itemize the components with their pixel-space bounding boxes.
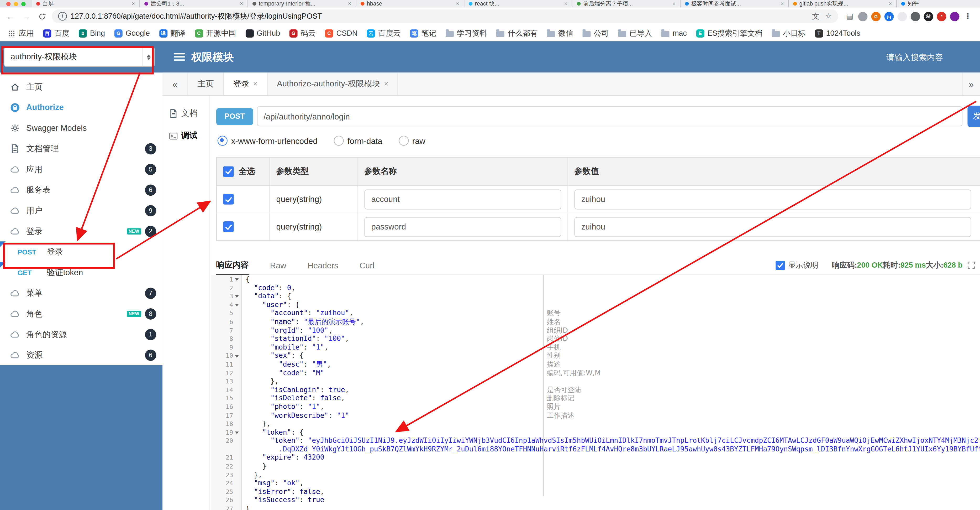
sidebar-item-menu[interactable]: 菜单 7 [0, 282, 162, 303]
browser-tab[interactable]: 极客时间参考面试... × [681, 0, 789, 8]
bookmark-item[interactable]: 公司 [583, 28, 609, 38]
bookmark-item[interactable]: 译翻译 [159, 28, 186, 38]
line-number-gutter[interactable]: 13 [211, 377, 242, 386]
content-tab[interactable]: 主页 [188, 72, 224, 95]
line-number-gutter[interactable] [211, 445, 242, 454]
sidebar-api-login-post[interactable]: POST 登录 [0, 241, 162, 262]
row-checkbox[interactable] [223, 222, 234, 232]
param-name-input[interactable] [364, 217, 561, 237]
line-number-gutter[interactable]: 6 [211, 318, 242, 326]
bookmark-item[interactable]: 应用 [8, 28, 34, 38]
line-number-gutter[interactable]: 14 [211, 386, 242, 394]
collapse-tabs-right-icon[interactable]: » [962, 72, 980, 95]
line-number-gutter[interactable]: 18 [211, 420, 242, 428]
page-info-icon[interactable]: i [58, 12, 67, 21]
bookmark-item[interactable]: GitHub [245, 29, 280, 38]
content-type-radio[interactable]: x-www-form-urlencoded [218, 136, 318, 146]
response-tab[interactable]: Headers [308, 256, 338, 274]
tab-close-icon[interactable]: × [240, 0, 243, 7]
browser-tab[interactable]: temporary-Interior 推... × [248, 0, 356, 8]
docnav-doc[interactable]: 文档 [162, 102, 210, 124]
line-number-gutter[interactable]: 23 [211, 470, 242, 479]
sidebar-item-doc-manage[interactable]: 文档管理 3 [0, 138, 162, 159]
send-button[interactable]: 发 [967, 105, 980, 127]
ext-gray-icon[interactable] [858, 11, 868, 21]
sidebar-item-role[interactable]: 角色 NEW 8 [0, 303, 162, 324]
line-number-gutter[interactable]: 22 [211, 462, 242, 470]
sidebar-item-service-table[interactable]: 服务表 6 [0, 179, 162, 200]
browser-tab[interactable]: gitlab push实现规... × [789, 0, 897, 8]
response-tab[interactable]: Curl [360, 256, 374, 274]
line-number-gutter[interactable]: 15 [211, 394, 242, 403]
bookmark-item[interactable]: 百百度 [43, 28, 69, 38]
content-type-radio[interactable]: raw [398, 136, 425, 146]
menu-icon[interactable]: ⋮ [963, 11, 973, 21]
line-number-gutter[interactable]: 17 [211, 411, 242, 420]
bookmark-item[interactable]: 学习资料 [445, 28, 487, 38]
sidebar-item-home[interactable]: 主页 [0, 76, 162, 97]
response-tab[interactable]: 响应内容 [216, 256, 249, 274]
line-number-gutter[interactable]: 24 [211, 479, 242, 488]
browser-tab[interactable]: hbase × [356, 0, 464, 8]
line-number-gutter[interactable]: 1 [211, 275, 242, 284]
bookmark-item[interactable]: C开源中国 [195, 28, 236, 38]
sidebar-item-authorize[interactable]: Authorize [0, 97, 162, 118]
line-number-gutter[interactable]: 25 [211, 488, 242, 496]
request-url-input[interactable] [257, 106, 963, 126]
translate-icon[interactable]: 文 [812, 11, 819, 22]
line-number-gutter[interactable]: 12 [211, 369, 242, 377]
bookmark-item[interactable]: 小目标 [772, 28, 806, 38]
show-description-checkbox[interactable] [776, 260, 785, 270]
bookmark-item[interactable]: 什么都有 [496, 28, 538, 38]
tab-close-icon[interactable]: × [672, 0, 676, 7]
browser-tab[interactable]: react 快... × [464, 0, 573, 8]
line-number-gutter[interactable]: 8 [211, 335, 242, 343]
docnav-debug[interactable]: 调试 [162, 124, 210, 147]
bookmark-item[interactable]: CCSDN [325, 29, 358, 38]
line-number-gutter[interactable]: 7 [211, 326, 242, 335]
ext-orange-icon[interactable]: G [871, 11, 881, 21]
ext-shield-icon[interactable] [911, 11, 920, 21]
row-checkbox[interactable] [223, 194, 234, 204]
bookmark-item[interactable]: GGoogle [115, 29, 150, 38]
tab-close-icon[interactable]: × [456, 0, 460, 7]
line-number-gutter[interactable]: 27 [211, 505, 242, 510]
reload-button[interactable] [36, 12, 48, 20]
bookmark-item[interactable]: 已导入 [618, 28, 652, 38]
bookmark-item[interactable]: T1024Tools [815, 29, 860, 38]
tab-close-icon[interactable]: × [348, 0, 352, 7]
side-panel-icon[interactable]: ▤ [845, 11, 854, 21]
bookmark-item[interactable]: EES搜索引擎文档 [696, 28, 762, 38]
address-bar[interactable]: i 127.0.0.1:8760/api/gate/doc.html#/auth… [52, 10, 838, 23]
line-number-gutter[interactable]: 16 [211, 403, 242, 411]
browser-tab[interactable]: 知乎 × [897, 0, 980, 8]
bookmark-item[interactable]: G码云 [290, 28, 316, 38]
forward-button[interactable]: → [21, 11, 32, 21]
line-number-gutter[interactable]: 9 [211, 343, 242, 352]
tab-close-icon[interactable]: × [384, 79, 388, 88]
tab-close-icon[interactable]: × [564, 0, 568, 7]
line-number-gutter[interactable]: 21 [211, 454, 242, 462]
ext-blue-icon[interactable]: jq [885, 11, 894, 21]
header-search-input[interactable] [885, 51, 969, 62]
line-number-gutter[interactable]: 19 [211, 428, 242, 437]
select-all-checkbox[interactable] [223, 166, 234, 177]
line-number-gutter[interactable]: 3 [211, 292, 242, 301]
line-number-gutter[interactable]: 2 [211, 284, 242, 292]
sidebar-item-user[interactable]: 用户 9 [0, 200, 162, 221]
ext-white-icon[interactable] [897, 11, 907, 21]
avatar[interactable] [950, 11, 959, 21]
bookmark-item[interactable]: 微信 [547, 28, 573, 38]
tab-close-icon[interactable]: × [253, 79, 258, 88]
content-tab[interactable]: Authorize-authority-权限模块 × [267, 72, 398, 95]
param-value-input[interactable] [574, 217, 971, 237]
param-value-input[interactable] [574, 189, 971, 209]
sidebar-item-app[interactable]: 应用 5 [0, 159, 162, 180]
sidebar-api-login-get[interactable]: GET 验证token [0, 262, 162, 283]
sidebar-item-resource[interactable]: 资源 6 [0, 344, 162, 365]
sidebar-item-role-resource[interactable]: 角色的资源 1 [0, 324, 162, 345]
bookmark-item[interactable]: bBing [79, 29, 105, 38]
sidebar-item-login[interactable]: 登录 NEW 2 [0, 221, 162, 242]
browser-tab[interactable]: 白屏 × [32, 0, 140, 8]
tab-close-icon[interactable]: × [132, 0, 135, 7]
